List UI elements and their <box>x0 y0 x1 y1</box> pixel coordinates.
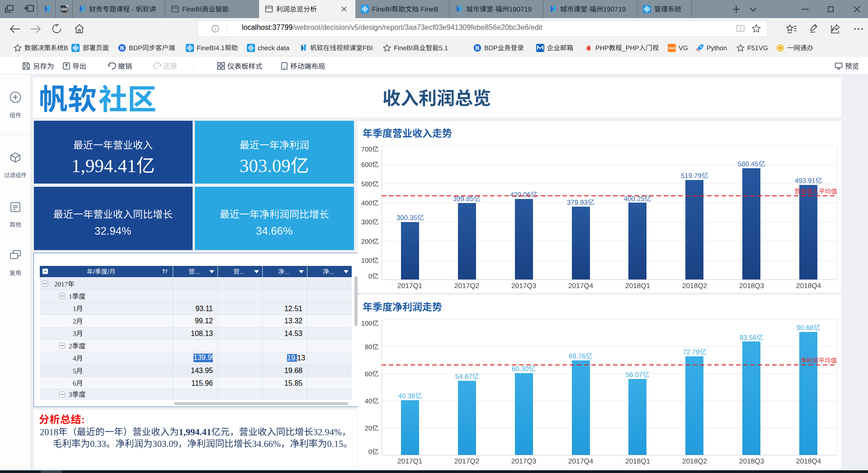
svg-text:VinG: VinG <box>668 47 676 50</box>
svg-text:B: B <box>120 45 124 51</box>
svg-text:B: B <box>476 45 479 51</box>
